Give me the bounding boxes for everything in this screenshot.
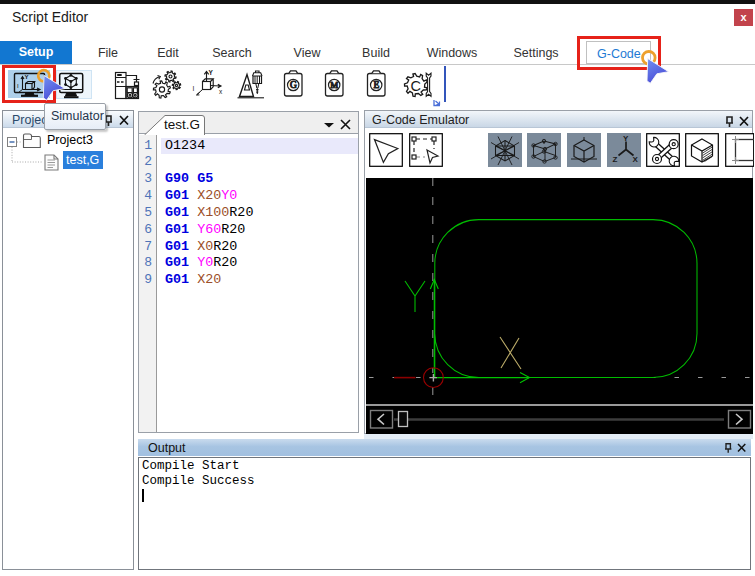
svg-text:x: x bbox=[219, 88, 223, 95]
svg-text:X: X bbox=[633, 155, 639, 164]
svg-text:Y: Y bbox=[25, 74, 29, 80]
svg-text:Z: Z bbox=[613, 155, 618, 164]
svg-text:C: C bbox=[411, 78, 421, 94]
svg-text:G: G bbox=[290, 80, 297, 90]
svg-text:I: I bbox=[17, 83, 19, 89]
svg-text:I: I bbox=[193, 85, 195, 92]
svg-text:M: M bbox=[330, 80, 338, 90]
svg-text:Y: Y bbox=[209, 69, 214, 76]
svg-text:E: E bbox=[374, 80, 380, 90]
svg-text:Y: Y bbox=[623, 134, 629, 143]
